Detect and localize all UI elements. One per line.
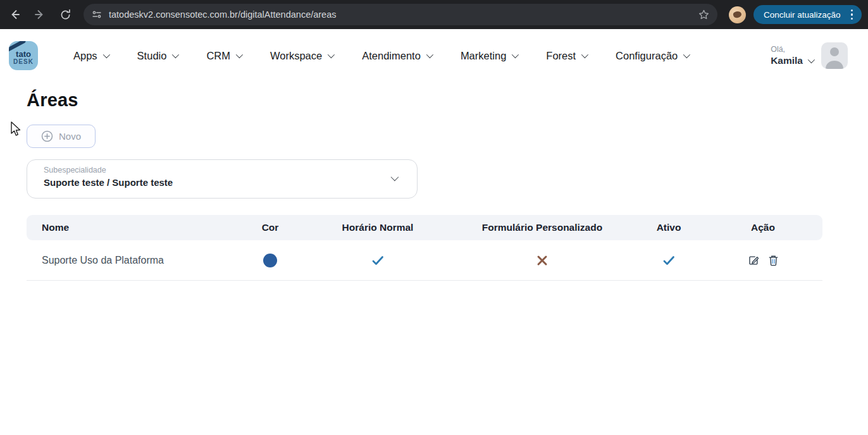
menu-item-label: Apps <box>73 50 97 62</box>
header-horario-normal: Horário Normal <box>305 222 450 233</box>
page-content: Áreas Novo Subespecialidade Suporte test… <box>0 90 868 281</box>
trash-icon <box>768 255 779 266</box>
plus-circle-icon <box>41 130 53 142</box>
x-icon <box>536 254 549 267</box>
menu-item-label: Studio <box>137 50 167 62</box>
logo-text-line2: DESK <box>13 58 34 65</box>
check-icon <box>661 253 676 268</box>
url-bar[interactable]: tatodeskv2.consensotec.com.br/digitalAtt… <box>84 4 717 25</box>
url-text: tatodeskv2.consensotec.com.br/digitalAtt… <box>109 9 698 20</box>
user-avatar[interactable] <box>821 42 848 69</box>
new-area-button[interactable]: Novo <box>27 125 96 148</box>
table-header-row: Nome Cor Horário Normal Formulário Perso… <box>27 215 822 240</box>
menu-item-crm[interactable]: CRM <box>206 50 241 62</box>
menu-item-forest[interactable]: Forest <box>546 50 586 62</box>
chevron-down-icon <box>512 51 519 58</box>
user-name: Kamila <box>771 54 803 66</box>
browser-toolbar: tatodeskv2.consensotec.com.br/digitalAtt… <box>0 0 868 29</box>
area-color-dot <box>263 254 277 267</box>
menu-item-label: Configuração <box>616 50 678 62</box>
new-button-label: Novo <box>59 131 81 142</box>
cell-horario-normal <box>305 253 450 268</box>
edit-button[interactable] <box>748 255 759 266</box>
menu-item-label: Atendimento <box>362 50 421 62</box>
menu-item-configuracao[interactable]: Configuração <box>616 50 688 62</box>
back-button[interactable] <box>4 4 25 25</box>
menu-item-studio[interactable]: Studio <box>137 50 178 62</box>
chevron-down-icon <box>426 51 433 58</box>
menu-item-atendimento[interactable]: Atendimento <box>362 50 431 62</box>
chevron-down-icon <box>581 51 588 58</box>
chevron-down-icon <box>683 51 690 58</box>
chevron-down-icon <box>328 51 335 58</box>
select-value: Suporte teste / Suporte teste <box>44 177 400 188</box>
menu-item-workspace[interactable]: Workspace <box>270 50 333 62</box>
reload-icon <box>59 9 71 21</box>
update-button-label: Concluir atualização <box>764 10 841 20</box>
cell-formulario-personalizado <box>450 254 634 267</box>
header-formulario-personalizado: Formulário Personalizado <box>450 222 634 233</box>
chevron-down-icon <box>808 56 815 63</box>
menu-item-label: CRM <box>206 50 230 62</box>
menu-item-apps[interactable]: Apps <box>73 50 108 62</box>
select-label: Subespecialidade <box>44 166 400 175</box>
cell-acao <box>704 255 822 266</box>
browser-profile-avatar[interactable] <box>729 6 746 23</box>
header-ativo: Ativo <box>634 222 704 233</box>
main-menu: Apps Studio CRM Workspace Atendimento Ma… <box>73 50 688 62</box>
site-settings-icon[interactable] <box>91 9 102 20</box>
header-acao: Ação <box>704 222 822 233</box>
cell-nome: Suporte Uso da Plataforma <box>27 255 235 266</box>
areas-table: Nome Cor Horário Normal Formulário Perso… <box>27 215 822 281</box>
page-title: Áreas <box>27 90 841 111</box>
bookmark-star-icon[interactable] <box>698 9 710 21</box>
cell-ativo <box>634 253 704 268</box>
person-icon <box>821 42 848 69</box>
user-name-menu[interactable]: Kamila <box>771 54 813 66</box>
header-cor: Cor <box>235 222 305 233</box>
menu-item-label: Marketing <box>461 50 506 62</box>
greeting-text: Olá, <box>771 45 813 55</box>
header-nome: Nome <box>27 222 235 233</box>
forward-button[interactable] <box>29 4 51 25</box>
table-row: Suporte Uso da Plataforma <box>27 240 822 281</box>
forward-arrow-icon <box>34 8 46 21</box>
back-arrow-icon <box>8 8 21 21</box>
chevron-down-icon <box>102 51 109 58</box>
tatodesk-logo[interactable]: tato DESK <box>9 41 38 70</box>
reload-button[interactable] <box>54 4 76 25</box>
chevron-down-icon <box>236 51 243 58</box>
check-icon <box>370 253 385 268</box>
app-navbar: tato DESK Apps Studio CRM Workspace Aten… <box>0 40 868 71</box>
delete-button[interactable] <box>768 255 779 266</box>
user-greeting: Olá, Kamila <box>771 45 813 67</box>
edit-icon <box>748 255 759 266</box>
browser-menu-icon[interactable] <box>848 9 856 20</box>
menu-item-marketing[interactable]: Marketing <box>461 50 517 62</box>
menu-item-label: Workspace <box>270 50 322 62</box>
logo-text-line1: tato <box>16 51 31 58</box>
subespecialidade-select[interactable]: Subespecialidade Suporte teste / Suporte… <box>27 159 418 199</box>
menu-item-label: Forest <box>546 50 576 62</box>
user-area: Olá, Kamila <box>771 42 848 69</box>
update-browser-button[interactable]: Concluir atualização <box>753 5 862 24</box>
chevron-down-icon <box>172 51 179 58</box>
cell-cor <box>235 254 305 267</box>
